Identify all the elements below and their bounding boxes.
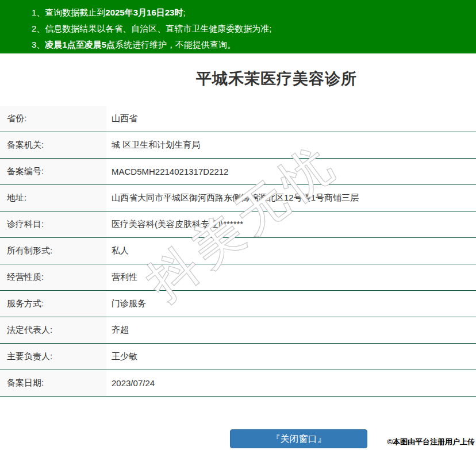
field-value: 营利性 — [106, 264, 476, 290]
notice-text: 系统进行维护，不能提供查询。 — [115, 40, 236, 49]
field-value: 山西省大同市平城区御河西路东侧御锦源北区12号楼1号商铺三层 — [106, 185, 476, 211]
notice-text-bold: 凌晨1点至凌晨5点 — [45, 40, 115, 49]
notice-line-3: 3、凌晨1点至凌晨5点系统进行维护，不能提供查询。 — [32, 37, 465, 53]
field-value: 私人 — [106, 238, 476, 264]
field-label: 诊疗科目: — [0, 211, 106, 237]
field-label: 备案编号: — [0, 159, 106, 184]
table-row-address: 地址: 山西省大同市平城区御河西路东侧御锦源北区12号楼1号商铺三层 — [0, 185, 476, 211]
field-value: 2023/07/24 — [106, 370, 476, 396]
table-row-province: 省份: 山西省 — [0, 106, 476, 132]
table-row-person-in-charge: 主要负责人: 王少敏 — [0, 344, 476, 370]
field-label: 主要负责人: — [0, 344, 106, 370]
field-label: 所有制形式: — [0, 238, 106, 264]
close-window-button[interactable]: 『关闭窗口』 — [230, 429, 367, 448]
table-row-registration-number: 备案编号: MACD5MH2214021317D2212 — [0, 159, 476, 185]
page-title: 平城禾茉医疗美容诊所 — [39, 53, 476, 91]
notice-line-1: 1、查询数据截止到2025年3月16日23时; — [32, 5, 465, 21]
notice-line-2: 2、信息数据结果以各省、自治区、直辖市卫生健康委数据为准; — [32, 21, 465, 37]
table-row-operating-nature: 经营性质: 营利性 — [0, 264, 476, 291]
table-row-registration-date: 备案日期: 2023/07/24 — [0, 370, 476, 397]
notice-number: 3、 — [32, 40, 45, 49]
field-label: 备案机关: — [0, 132, 106, 158]
field-label: 服务方式: — [0, 291, 106, 317]
field-value: 王少敏 — [106, 344, 476, 370]
table-row-registration-authority: 备案机关: 城 区卫生和计划生育局 — [0, 132, 476, 159]
field-value: 城 区卫生和计划生育局 — [106, 132, 476, 158]
notice-text-bold: 2025年3月16日23时 — [105, 7, 183, 17]
footer: 『关闭窗口』 ©本图由平台注册用户上传 — [0, 397, 476, 450]
image-upload-caption: ©本图由平台注册用户上传 — [387, 437, 475, 447]
field-label: 法定代表人: — [0, 317, 106, 343]
field-value: 齐超 — [106, 317, 476, 343]
notice-header: 1、查询数据截止到2025年3月16日23时; 2、信息数据结果以各省、自治区、… — [0, 0, 476, 53]
field-value: 门诊服务 — [106, 291, 476, 317]
record-table: 省份: 山西省 备案机关: 城 区卫生和计划生育局 备案编号: MACD5MH2… — [0, 106, 476, 397]
table-row-medical-subjects: 诊疗科目: 医疗美容科(美容皮肤科专业)\****** — [0, 211, 476, 238]
table-row-ownership-form: 所有制形式: 私人 — [0, 238, 476, 264]
field-value: MACD5MH2214021317D2212 — [106, 159, 476, 184]
notice-number: 1、 — [32, 7, 45, 17]
field-value: 山西省 — [106, 106, 476, 132]
table-row-legal-representative: 法定代表人: 齐超 — [0, 317, 476, 344]
field-label: 经营性质: — [0, 264, 106, 290]
field-label: 省份: — [0, 106, 106, 132]
notice-number: 2、 — [32, 24, 45, 33]
field-value: 医疗美容科(美容皮肤科专业)\****** — [106, 211, 476, 237]
field-label: 备案日期: — [0, 370, 106, 396]
notice-text: 信息数据结果以各省、自治区、直辖市卫生健康委数据为准; — [45, 24, 271, 33]
table-row-service-mode: 服务方式: 门诊服务 — [0, 291, 476, 317]
notice-text: ; — [183, 7, 185, 17]
field-label: 地址: — [0, 185, 106, 211]
notice-text: 查询数据截止到 — [45, 7, 105, 17]
